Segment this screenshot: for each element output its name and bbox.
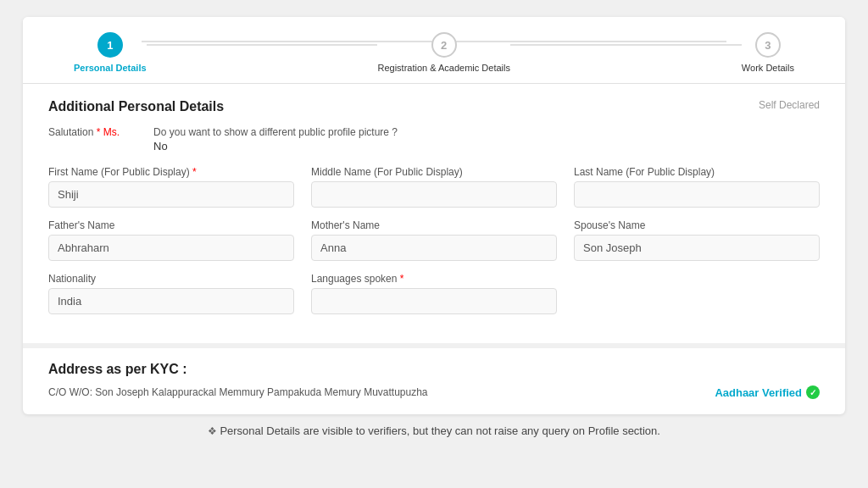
check-icon: ✓ [806, 385, 820, 399]
languages-label: Languages spoken * [311, 273, 557, 285]
step-connector-1 [147, 44, 378, 46]
middle-name-input[interactable] [311, 181, 557, 208]
first-name-input[interactable] [48, 181, 294, 208]
address-row: C/O W/O: Son Joseph Kalappurackal Memmur… [48, 385, 820, 399]
mothers-name-input[interactable] [311, 235, 557, 261]
empty-group [574, 273, 820, 314]
last-name-input[interactable] [574, 181, 820, 208]
languages-group: Languages spoken * [311, 273, 557, 314]
profile-pic-value: No [153, 140, 398, 152]
fathers-name-input[interactable] [48, 235, 294, 261]
spouses-name-label: Spouse's Name [574, 219, 820, 231]
step-2[interactable]: 2 Registration & Academic Details [377, 32, 510, 73]
fathers-name-label: Father's Name [48, 219, 294, 231]
nationality-group: Nationality [48, 273, 294, 314]
self-declared-label: Self Declared [759, 99, 820, 111]
step-connector-2 [510, 44, 742, 46]
mothers-name-label: Mother's Name [311, 219, 557, 231]
step-label-2: Registration & Academic Details [377, 63, 510, 73]
additional-personal-details-section: Additional Personal Details Self Declare… [23, 84, 845, 348]
salutation-row: Salutation * Ms. Do you want to show a d… [48, 126, 820, 152]
step-label-3: Work Details [742, 63, 794, 73]
main-card: 1 Personal Details 2 Registration & Acad… [23, 17, 845, 414]
fathers-name-group: Father's Name [48, 219, 294, 261]
profile-pic-group: Do you want to show a different public p… [153, 126, 398, 152]
footer-note: ❖ Personal Details are visible to verifi… [191, 424, 677, 437]
diamond-icon: ❖ [208, 425, 220, 437]
profile-pic-label: Do you want to show a different public p… [153, 126, 398, 138]
salutation-required: * Ms. [97, 126, 120, 138]
address-text: C/O W/O: Son Joseph Kalappurackal Memmur… [48, 386, 428, 398]
name-row-1: First Name (For Public Display) * Middle… [48, 166, 820, 208]
name-row-2: Father's Name Mother's Name Spouse's Nam… [48, 219, 820, 261]
address-section: Address as per KYC : C/O W/O: Son Joseph… [23, 348, 845, 414]
step-circle-2: 2 [431, 32, 457, 58]
first-name-group: First Name (For Public Display) * [48, 166, 294, 208]
address-title: Address as per KYC : [48, 362, 820, 377]
languages-input[interactable] [311, 288, 557, 314]
stepper: 1 Personal Details 2 Registration & Acad… [23, 17, 845, 84]
nationality-input[interactable] [48, 288, 294, 314]
last-name-label: Last Name (For Public Display) [574, 166, 820, 178]
section-header: Additional Personal Details Self Declare… [48, 99, 820, 114]
step-circle-3: 3 [755, 32, 781, 58]
step-label-1: Personal Details [74, 63, 147, 73]
aadhaar-verified-label: Aadhaar Verified [715, 386, 802, 399]
step-3[interactable]: 3 Work Details [742, 32, 794, 73]
nationality-label: Nationality [48, 273, 294, 285]
middle-name-label: Middle Name (For Public Display) [311, 166, 557, 178]
spouses-name-input[interactable] [574, 235, 820, 261]
step-circle-1: 1 [97, 32, 123, 58]
aadhaar-verified: Aadhaar Verified ✓ [715, 385, 820, 399]
first-name-label: First Name (For Public Display) * [48, 166, 294, 178]
last-name-group: Last Name (For Public Display) [574, 166, 820, 208]
step-1[interactable]: 1 Personal Details [74, 32, 147, 73]
section-title: Additional Personal Details [48, 99, 224, 114]
page-wrapper: 1 Personal Details 2 Registration & Acad… [8, 8, 860, 488]
content-area: Additional Personal Details Self Declare… [23, 84, 845, 414]
mothers-name-group: Mother's Name [311, 219, 557, 261]
salutation-label: Salutation * Ms. [48, 126, 120, 138]
middle-name-group: Middle Name (For Public Display) [311, 166, 557, 208]
spouses-name-group: Spouse's Name [574, 219, 820, 261]
salutation-group: Salutation * Ms. [48, 126, 120, 141]
name-row-3: Nationality Languages spoken * [48, 273, 820, 314]
